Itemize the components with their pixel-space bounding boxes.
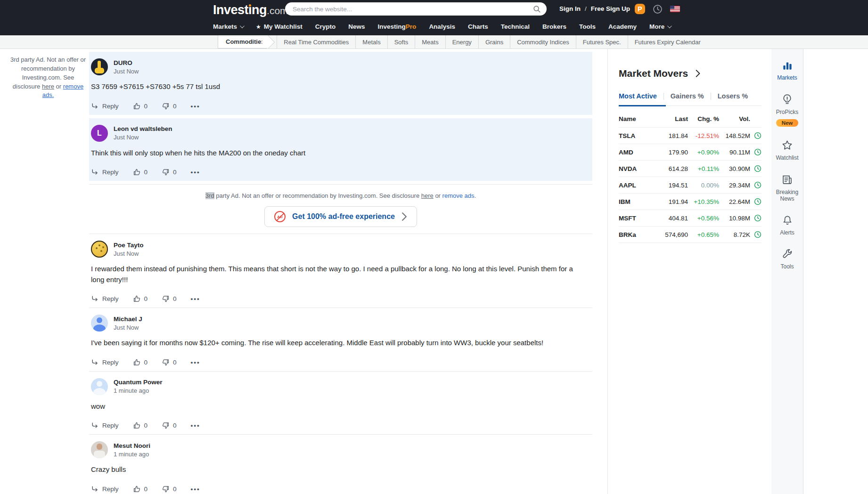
nav-academy[interactable]: Academy [608, 23, 637, 30]
nav-my-watchlist[interactable]: ★My Watchlist [256, 23, 303, 30]
free-sign-up-link[interactable]: Free Sign Up [591, 5, 630, 12]
nav-crypto[interactable]: Crypto [315, 23, 336, 30]
nav-investingpro[interactable]: InvestingPro [378, 23, 417, 30]
table-row[interactable]: TSLA 181.84 -12.51% 148.52M [619, 128, 762, 144]
disclosure-here-link[interactable]: here [42, 83, 54, 90]
subnav-active-commodities[interactable]: Commodities [218, 35, 268, 49]
rail-markets[interactable]: Markets [773, 59, 802, 81]
avatar[interactable] [91, 315, 108, 332]
like-button[interactable]: 0 [133, 295, 148, 303]
comment-author[interactable]: DURO [114, 59, 139, 66]
table-row[interactable]: MSFT 404.81 +0.56% 10.98M [619, 210, 762, 227]
ad-free-banner[interactable]: AD Get 100% ad-free experience [264, 206, 417, 227]
search-bar[interactable] [285, 2, 547, 16]
reply-button[interactable]: Reply [91, 102, 119, 110]
ticker[interactable]: AAPL [619, 182, 655, 189]
us-flag-icon[interactable] [670, 6, 680, 12]
rail-propicks[interactable]: ProPicks New [773, 93, 802, 127]
comment-author[interactable]: Quantum Power [114, 379, 163, 386]
remove-ads-link[interactable]: remove ads [442, 192, 475, 199]
ticker[interactable]: NVDA [619, 165, 655, 172]
like-button[interactable]: 0 [133, 168, 148, 176]
subnav-grains[interactable]: Grains [478, 35, 510, 49]
reply-button[interactable]: Reply [91, 168, 119, 176]
more-options-button[interactable]: ••• [191, 359, 200, 366]
search-icon[interactable] [532, 5, 541, 13]
ticker[interactable]: AMD [619, 149, 655, 156]
tab-most-active[interactable]: Most Active [619, 92, 657, 100]
nav-more[interactable]: More [649, 23, 671, 30]
more-options-button[interactable]: ••• [191, 422, 200, 429]
disclosure-here-link[interactable]: here [421, 192, 434, 199]
table-row[interactable]: AAPL 194.51 0.00% 29.34M [619, 177, 762, 194]
rail-alerts[interactable]: Alerts [773, 214, 802, 236]
more-options-button[interactable]: ••• [191, 169, 200, 176]
dislike-button[interactable]: 0 [162, 358, 177, 366]
investingpro-icon[interactable]: P [635, 4, 645, 14]
avatar[interactable] [91, 58, 108, 75]
nav-technical[interactable]: Technical [501, 23, 530, 30]
table-row[interactable]: AMD 179.90 +0.90% 90.11M [619, 144, 762, 161]
subnav-commodity-indices[interactable]: Commodity Indices [510, 35, 576, 49]
investing-logo[interactable]: Investıng.com [213, 3, 288, 17]
ticker[interactable]: TSLA [619, 132, 655, 139]
rail-breaking-news[interactable]: Breaking News [773, 173, 802, 202]
like-button[interactable]: 0 [133, 421, 148, 429]
avatar[interactable]: L [91, 125, 108, 142]
subnav-energy[interactable]: Energy [445, 35, 478, 49]
nav-news[interactable]: News [348, 23, 365, 30]
reply-button[interactable]: Reply [91, 485, 119, 493]
more-options-button[interactable]: ••• [191, 295, 200, 302]
avatar[interactable] [91, 241, 108, 258]
avatar[interactable] [91, 378, 108, 395]
dislike-button[interactable]: 0 [162, 421, 177, 429]
top-header: Investıng.com Sign In / Free Sign Up P M… [0, 0, 868, 35]
subnav-meats[interactable]: Meats [415, 35, 445, 49]
dislike-button[interactable]: 0 [162, 485, 177, 493]
table-row[interactable]: IBM 191.94 +10.35% 22.64M [619, 194, 762, 210]
comment-author[interactable]: Poe Tayto [114, 242, 144, 249]
nav-charts[interactable]: Charts [468, 23, 488, 30]
nav-analysis[interactable]: Analysis [429, 23, 455, 30]
comment-author[interactable]: Leon vd waltsleben [114, 125, 172, 132]
bar-chart-icon [781, 59, 794, 72]
rail-tools[interactable]: Tools [773, 248, 802, 270]
reply-icon [91, 168, 99, 176]
more-options-button[interactable]: ••• [191, 486, 200, 493]
like-button[interactable]: 0 [133, 102, 148, 110]
reply-button[interactable]: Reply [91, 358, 119, 366]
comment-author[interactable]: Michael J [114, 316, 142, 323]
comment-author[interactable]: Mesut Noori [114, 442, 150, 449]
ticker[interactable]: MSFT [619, 215, 655, 222]
nav-brokers[interactable]: Brokers [542, 23, 566, 30]
tab-gainers[interactable]: Gainers % [671, 92, 704, 100]
rail-watchlist[interactable]: Watchlist [773, 139, 802, 161]
table-row[interactable]: NVDA 614.28 +0.11% 30.90M [619, 161, 762, 177]
dislike-button[interactable]: 0 [162, 295, 177, 303]
subnav-futures-expiry-calendar[interactable]: Futures Expiry Calendar [628, 35, 707, 49]
nav-tools[interactable]: Tools [579, 23, 596, 30]
subnav-real-time-commodities[interactable]: Real Time Commodities [277, 35, 355, 49]
tab-losers[interactable]: Losers % [718, 92, 748, 100]
dislike-button[interactable]: 0 [162, 168, 177, 176]
market-clock-icon [754, 214, 762, 222]
nav-markets[interactable]: Markets [213, 23, 243, 30]
sign-in-link[interactable]: Sign In [559, 5, 581, 12]
subnav-futures-spec[interactable]: Futures Spec. [576, 35, 628, 49]
table-row[interactable]: BRKa 574,690 +0.65% 8.72K [619, 227, 762, 243]
search-input[interactable] [293, 6, 532, 13]
ticker[interactable]: IBM [619, 198, 655, 205]
like-button[interactable]: 0 [133, 485, 148, 493]
more-options-button[interactable]: ••• [191, 103, 200, 110]
clock-icon[interactable] [653, 4, 663, 14]
change-percent: +0.11% [688, 165, 719, 172]
market-movers-link[interactable]: Market Movers [619, 68, 762, 79]
avatar[interactable] [91, 441, 108, 458]
reply-button[interactable]: Reply [91, 295, 119, 303]
ticker[interactable]: BRKa [619, 231, 655, 238]
like-button[interactable]: 0 [133, 358, 148, 366]
subnav-softs[interactable]: Softs [387, 35, 415, 49]
subnav-metals[interactable]: Metals [355, 35, 387, 49]
dislike-button[interactable]: 0 [162, 102, 177, 110]
reply-button[interactable]: Reply [91, 421, 119, 429]
